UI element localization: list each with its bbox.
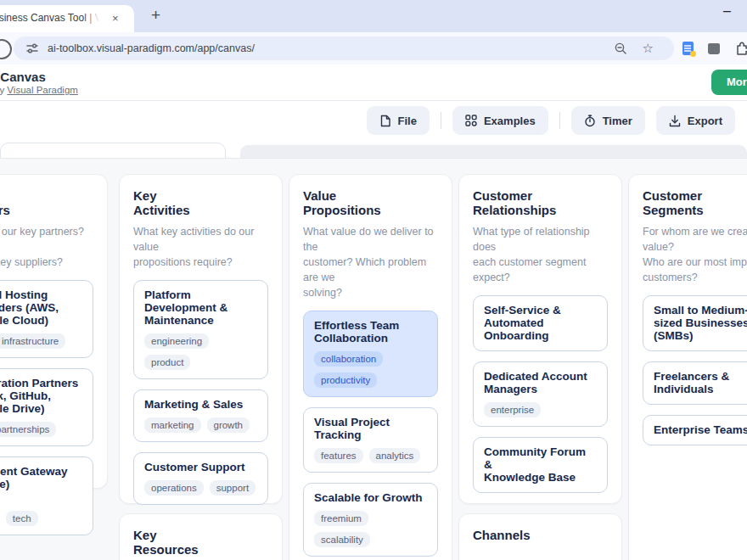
canvas-card[interactable]: Dedicated Account Managers enterprise: [473, 361, 608, 427]
canvas-card[interactable]: Customer Support operations support: [133, 452, 268, 505]
card-title: Effortless Team Collaboration: [314, 319, 427, 344]
export-button[interactable]: Export: [656, 106, 735, 135]
tag: freemium: [314, 511, 368, 526]
gray-extension-icon[interactable]: [708, 43, 720, 54]
column-key-partners: Key Partners Who are our key partners? W…: [0, 174, 108, 489]
card-title: Cloud Hosting Providers (AWS, Google Clo…: [0, 288, 82, 327]
canvas-card[interactable]: Self-Service & Automated Onboarding: [473, 295, 608, 351]
canvas-card[interactable]: Cloud Hosting Providers (AWS, Google Clo…: [0, 280, 93, 358]
tag: infrastructure: [0, 333, 65, 349]
url-text: ai-toolbox.visual-paradigm.com/app/canva…: [48, 42, 255, 54]
bookmark-star-icon[interactable]: ☆: [643, 42, 654, 55]
column-question: What value do we deliver to the customer…: [303, 224, 438, 300]
timer-button[interactable]: Timer: [571, 106, 645, 135]
column-question: Who are our key partners? Who are our ke…: [0, 224, 93, 270]
tag: tech: [6, 511, 38, 526]
canvas-card[interactable]: Community Forum & Knowledge Base: [473, 437, 608, 493]
card-title: Scalable for Growth: [314, 491, 427, 504]
canvas-card[interactable]: Payment Gateway (Stripe) payments tech: [0, 456, 93, 535]
card-title: Enterprise Teams: [654, 423, 747, 436]
reload-icon-partial[interactable]: [0, 39, 12, 59]
card-title: Self-Service & Automated Onboarding: [484, 304, 597, 342]
browser-tabstrip: Business Canvas Tool | Visual Paradigm ×…: [0, 0, 747, 32]
card-title: Dedicated Account Managers: [484, 370, 597, 395]
window-minimize-icon[interactable]: –: [723, 3, 731, 19]
page-title: Business Model Canvas: [0, 70, 46, 84]
column-title: Customer Relationships: [473, 188, 608, 217]
address-bar[interactable]: ai-toolbox.visual-paradigm.com/app/canva…: [14, 36, 674, 60]
file-icon: [379, 115, 391, 127]
browser-toolbar: ai-toolbox.visual-paradigm.com/app/canva…: [0, 32, 747, 65]
card-title: Payment Gateway (Stripe): [0, 465, 82, 490]
column-channels: Channels Through which channels do our c…: [458, 513, 622, 560]
examples-button[interactable]: Examples: [452, 106, 548, 135]
column-question: For whom are we creating value? Who are …: [643, 224, 747, 285]
tag: enterprise: [484, 402, 541, 417]
tag: support: [210, 480, 256, 496]
toolbar-divider: [441, 112, 441, 129]
tag: partnerships: [0, 422, 56, 437]
new-tab-button[interactable]: +: [151, 6, 160, 25]
extensions-puzzle-icon[interactable]: [734, 41, 747, 56]
tag: scalability: [314, 532, 370, 547]
tag: productivity: [314, 372, 377, 388]
column-title: Key Partners: [0, 188, 93, 217]
timer-icon: [584, 115, 596, 127]
more-button[interactable]: More: [711, 70, 747, 95]
canvas-card[interactable]: Enterprise Teams: [643, 415, 747, 445]
docs-extension-icon[interactable]: [682, 42, 694, 55]
canvas-card[interactable]: Visual Project Tracking features analyti…: [303, 407, 438, 473]
column-value-propositions: Value Propositions What value do we deli…: [289, 174, 452, 560]
column-question: What type of relationship does each cust…: [473, 224, 608, 285]
column-title: Value Propositions: [303, 188, 438, 217]
column-title: Channels: [473, 528, 608, 542]
column-key-activities: Key Activities What key activities do ou…: [119, 174, 283, 504]
column-title: Customer Segments: [643, 188, 747, 217]
tag: analytics: [369, 448, 421, 463]
canvas-card[interactable]: Platform Development & Maintenance engin…: [133, 280, 268, 379]
column-customer-segments: Customer Segments For whom are we creati…: [628, 174, 747, 560]
tag: marketing: [144, 417, 201, 433]
visual-paradigm-link[interactable]: Visual Paradigm: [7, 85, 78, 95]
card-title: Freelancers & Individuals: [654, 370, 747, 395]
card-title: Community Forum & Knowledge Base: [484, 445, 597, 484]
tag: operations: [144, 480, 204, 496]
card-title: Marketing & Sales: [144, 398, 257, 411]
tab-title-fade: [83, 12, 100, 25]
column-title: Key Resources: [133, 528, 268, 557]
column-key-resources: Key Resources What key resources do our …: [119, 513, 283, 560]
canvas-card-highlighted[interactable]: Effortless Team Collaboration collaborat…: [303, 311, 438, 397]
card-title: Customer Support: [144, 461, 257, 473]
column-title: Key Activities: [133, 188, 268, 217]
canvas-card[interactable]: Small to Medium- sized Businesses (SMBs): [643, 295, 747, 351]
export-download-icon: [669, 115, 681, 127]
tab-close-icon[interactable]: ×: [112, 13, 119, 25]
column-customer-relationships: Customer Relationships What type of rela…: [458, 174, 622, 504]
canvas-area: Key Partners Who are our key partners? W…: [0, 158, 747, 560]
file-button[interactable]: File: [367, 106, 430, 135]
tag: features: [314, 448, 363, 463]
canvas-card[interactable]: Marketing & Sales marketing growth: [133, 389, 268, 442]
tag: engineering: [144, 333, 209, 349]
browser-tab[interactable]: Business Canvas Tool | Visual Paradigm ×: [0, 5, 134, 32]
examples-grid-icon: [465, 115, 477, 126]
page-header: Business Model Canvas by Visual Paradigm…: [0, 64, 747, 101]
canvas-card[interactable]: Freelancers & Individuals: [643, 361, 747, 405]
card-title: Platform Development & Maintenance: [144, 288, 257, 327]
column-question: What key activities do our value proposi…: [133, 224, 268, 270]
tag: product: [144, 355, 190, 370]
toolbar-divider: [559, 112, 560, 129]
zoom-out-icon[interactable]: [614, 42, 627, 55]
actions-row: File Examples Timer: [0, 101, 747, 141]
canvas-card[interactable]: Integration Partners (Slack, GitHub, Goo…: [0, 368, 93, 446]
canvas-card[interactable]: Scalable for Growth freemium scalability: [303, 483, 438, 557]
tag: growth: [207, 417, 250, 433]
card-title: Visual Project Tracking: [314, 416, 427, 441]
tag: collaboration: [314, 351, 383, 367]
byline: by Visual Paradigm: [0, 85, 255, 98]
site-settings-icon[interactable]: [25, 42, 39, 55]
card-title: Integration Partners (Slack, GitHub, Goo…: [0, 377, 82, 415]
canvas-tabbar: [0, 141, 747, 158]
card-title: Small to Medium- sized Businesses (SMBs): [654, 304, 747, 342]
